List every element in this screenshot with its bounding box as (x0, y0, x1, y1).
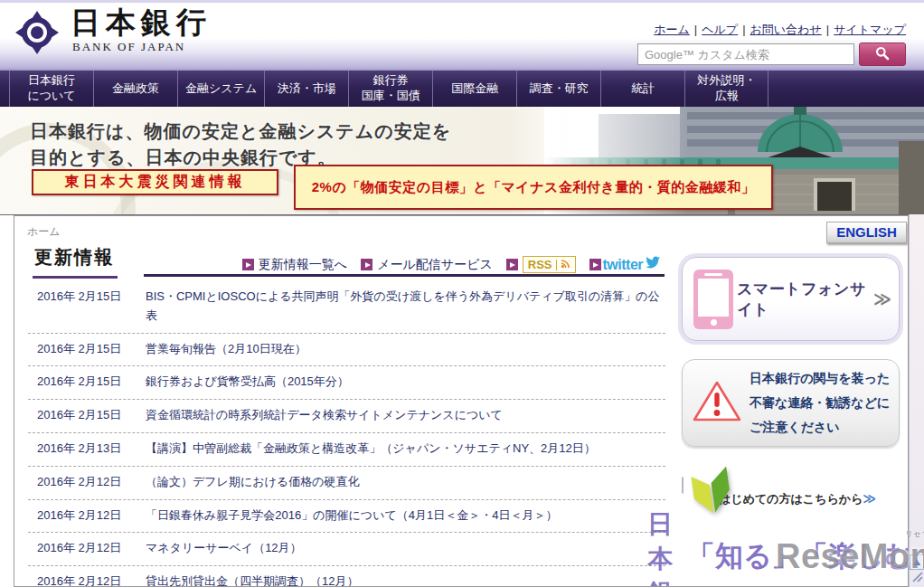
news-header-links: 更新情報一覧へ メール配信サービス RSS (242, 256, 661, 273)
english-button[interactable]: ENGLISH (826, 222, 907, 243)
news-row: 2016年 2月15日 営業毎旬報告（2月10日現在） (28, 334, 665, 367)
news-row: 2016年 2月15日 銀行券および貨幣受払高（2015年分） (28, 366, 665, 400)
news-date: 2016年 2月12日 (28, 573, 140, 587)
content-area: ENGLISH ホーム 更新情報 更新情報一覧へ メール配信サービス RSS (14, 215, 909, 587)
news-date: 2016年 2月15日 (28, 340, 140, 358)
scrollbar[interactable] (909, 214, 924, 587)
nav-item-banknotes-treasury[interactable]: 銀行券国庫・国債 (348, 71, 432, 107)
beginner-guide-button[interactable]: はじめての方はこちらから≫ 日本銀行を 「知る」「楽しむ」 (682, 477, 684, 494)
nav-item-statistics[interactable]: 統計 (600, 71, 684, 107)
boj-emblem-icon (13, 7, 61, 62)
news-link[interactable]: 「日銀春休み親子見学会2016」の開催について（4月1日＜金＞・4日＜月＞） (140, 507, 665, 525)
news-link[interactable]: （論文）デフレ期における価格の硬直化 (140, 473, 665, 492)
news-list: 2016年 2月15日 BIS・CPMIとIOSCOによる共同声明「外貨の受け渡… (28, 281, 665, 587)
news-link[interactable]: 貸出先別貸出金（四半期調査）（12月） (140, 573, 665, 587)
news-row: 2016年 2月13日 【講演】中曽副総裁「金融政策と構造改革」（ジャパン・ソサ… (28, 433, 665, 467)
price-stability-policy-banner[interactable]: 2%の「物価安定の目標」と「マイナス金利付き量的・質的金融緩和」 (294, 165, 773, 210)
rss-badge: RSS (523, 256, 576, 273)
search-input[interactable] (637, 43, 854, 65)
news-date: 2016年 2月15日 (28, 288, 140, 306)
logo-title: 日本銀行 (71, 7, 212, 39)
nav-item-research-studies[interactable]: 調査・研究 (516, 71, 600, 107)
warning-triangle-icon (692, 379, 742, 428)
nav-item-payments-markets[interactable]: 決済・市場 (264, 71, 348, 107)
news-link[interactable]: 銀行券および貨幣受払高（2015年分） (140, 373, 665, 392)
smartphone-site-label: スマートフォンサイト (737, 279, 871, 320)
main-nav: 日本銀行について 金融政策 金融システム 決済・市場 銀行券国庫・国債 国際金融… (0, 71, 924, 107)
utility-link-help[interactable]: ヘルプ (702, 23, 738, 36)
scroll-up-button[interactable] (910, 554, 924, 570)
rss-feed-icon (561, 258, 570, 271)
link-separator: | (826, 23, 829, 36)
fraud-warning-text: 日本銀行の関与を装った 不審な連絡・勧誘などに ご注意ください (750, 366, 890, 440)
nav-item-financial-system[interactable]: 金融システム (177, 71, 264, 107)
news-row: 2016年 2月12日 （論文）デフレ期における価格の硬直化 (28, 467, 665, 500)
rss-link[interactable]: RSS (506, 256, 576, 273)
news-row: 2016年 2月15日 BIS・CPMIとIOSCOによる共同声明「外貨の受け渡… (28, 281, 665, 334)
utility-link-sitemap[interactable]: サイトマップ (834, 23, 906, 36)
link-separator: | (694, 23, 697, 36)
smartphone-icon (693, 270, 733, 329)
link-separator: | (742, 23, 745, 36)
news-date: 2016年 2月12日 (28, 473, 140, 491)
mission-statement: 日本銀行は、物価の安定と金融システムの安定を 目的とする、日本の中央銀行です。 (30, 118, 451, 171)
search-icon (875, 46, 890, 63)
resize-grip-icon[interactable] (910, 570, 923, 586)
chevron-right-icon: ≫ (873, 289, 891, 309)
news-link[interactable]: 資金循環統計の時系列統計データ検索サイトメンテナンスについて (140, 406, 665, 425)
search-button[interactable] (859, 43, 906, 66)
site-search (637, 43, 906, 66)
nav-item-about[interactable]: 日本銀行について (9, 71, 93, 107)
mail-service-link[interactable]: メール配信サービス (361, 257, 493, 273)
smartphone-site-button[interactable]: スマートフォンサイト ≫ (682, 257, 900, 341)
news-link[interactable]: 営業毎旬報告（2月10日現在） (140, 340, 665, 359)
page-title: 更新情報 (33, 245, 118, 279)
beginner-guide-wrap: はじめての方はこちらから≫ 日本銀行を 「知る」「楽しむ」 (682, 478, 900, 494)
header-rule (144, 274, 665, 277)
twitter-link[interactable]: twitter (589, 256, 662, 273)
boj-logo[interactable]: 日本銀行 BANK OF JAPAN (13, 7, 212, 62)
earthquake-info-banner[interactable]: 東日本大震災関連情報 (32, 169, 278, 195)
news-date: 2016年 2月13日 (28, 440, 140, 458)
news-date: 2016年 2月15日 (28, 373, 140, 391)
news-list-link[interactable]: 更新情報一覧へ (242, 257, 347, 273)
logo-subtitle: BANK OF JAPAN (71, 40, 212, 54)
beginner-leaf-icon (687, 466, 736, 522)
hero-banner: 日本銀行は、物価の安定と金融システムの安定を 目的とする、日本の中央銀行です。 … (0, 107, 924, 215)
play-icon (589, 259, 601, 270)
play-icon (361, 259, 372, 270)
play-icon (242, 259, 254, 270)
news-row: 2016年 2月15日 資金循環統計の時系列統計データ検索サイトメンテナンスにつ… (28, 400, 665, 433)
sidebar: スマートフォンサイト ≫ 日本銀行の関与を装った 不審な連絡・勧誘などに ご注意… (682, 257, 900, 494)
nav-item-monetary-policy[interactable]: 金融政策 (93, 71, 177, 107)
boj-homepage: 日本銀行 BANK OF JAPAN ホーム|ヘルプ|お問い合わせ|サイトマップ… (0, 0, 924, 587)
news-date: 2016年 2月12日 (28, 507, 140, 525)
news-row: 2016年 2月12日 「日銀春休み親子見学会2016」の開催について（4月1日… (28, 500, 665, 534)
utility-link-home[interactable]: ホーム (654, 23, 690, 36)
breadcrumb: ホーム (27, 224, 61, 240)
news-link[interactable]: 【講演】中曽副総裁「金融政策と構造改革」（ジャパン・ソサエティNY、2月12日） (140, 440, 665, 459)
twitter-bird-icon (645, 256, 661, 273)
news-link[interactable]: BIS・CPMIとIOSCOによる共同声明「外貨の受け渡しを伴う外為デリバティブ… (140, 288, 665, 326)
nav-item-international-finance[interactable]: 国際金融 (432, 71, 516, 107)
site-header: 日本銀行 BANK OF JAPAN ホーム|ヘルプ|お問い合わせ|サイトマップ (0, 0, 924, 71)
news-date: 2016年 2月12日 (28, 539, 140, 557)
news-row: 2016年 2月12日 マネタリーサーベイ（12月） (28, 533, 665, 566)
news-row: 2016年 2月12日 貸出先別貸出金（四半期調査）（12月） (28, 566, 665, 587)
fraud-warning-button[interactable]: 日本銀行の関与を装った 不審な連絡・勧誘などに ご注意ください (682, 359, 900, 447)
news-link[interactable]: マネタリーサーベイ（12月） (140, 539, 665, 558)
utility-link-contact[interactable]: お問い合わせ (750, 23, 822, 36)
nav-item-public-relations[interactable]: 対外説明・広報 (684, 71, 768, 107)
play-icon (506, 259, 518, 270)
news-date: 2016年 2月15日 (28, 406, 140, 424)
utility-nav: ホーム|ヘルプ|お問い合わせ|サイトマップ (654, 22, 906, 38)
